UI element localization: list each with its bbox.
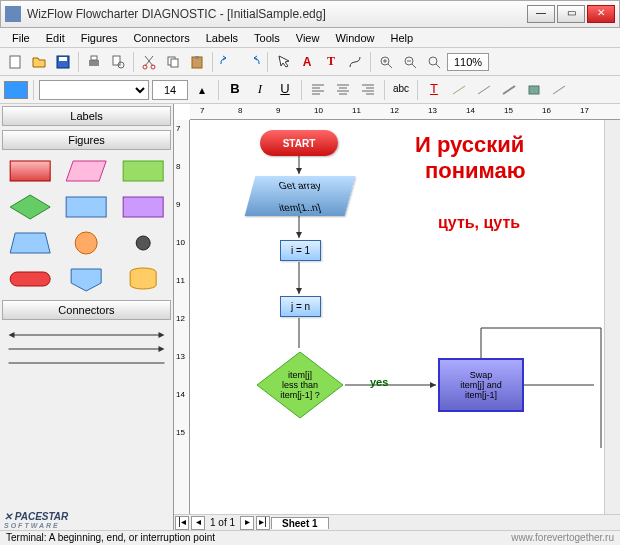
status-text: Terminal: A beginning, end, or interrupt…	[6, 532, 511, 544]
italic-button[interactable]: I	[249, 79, 271, 101]
menu-tools[interactable]: Tools	[246, 30, 288, 46]
zoom-out-button[interactable]	[399, 51, 421, 73]
align-right-button[interactable]	[357, 79, 379, 101]
align-center-button[interactable]	[332, 79, 354, 101]
menu-figures[interactable]: Figures	[73, 30, 126, 46]
connectors-palette	[0, 322, 173, 376]
menu-view[interactable]: View	[288, 30, 328, 46]
page-indicator: 1 of 1	[206, 517, 239, 528]
shape-rect-red[interactable]	[4, 156, 56, 186]
line-style-3[interactable]	[498, 79, 520, 101]
svg-point-21	[75, 232, 97, 254]
ruler-horizontal: 7891011121314151617	[190, 104, 620, 120]
connector-arrow-right[interactable]	[6, 342, 167, 356]
shape-pill[interactable]	[4, 264, 56, 294]
svg-rect-12	[195, 56, 199, 59]
minimize-button[interactable]: —	[527, 5, 555, 23]
menu-file[interactable]: File	[4, 30, 38, 46]
line-style-4[interactable]	[548, 79, 570, 101]
text-russian-2[interactable]: понимаю	[425, 158, 526, 184]
shape-trapezoid[interactable]	[4, 228, 56, 258]
connector-line[interactable]	[6, 356, 167, 370]
node-decision[interactable]: item[j]less thanitem[j-1] ?	[255, 350, 345, 420]
svg-rect-3	[89, 60, 99, 66]
svg-rect-16	[529, 86, 539, 94]
line-style-2[interactable]	[473, 79, 495, 101]
app-icon	[5, 6, 21, 22]
shape-parallelogram[interactable]	[60, 156, 112, 186]
labels-panel-header[interactable]: Labels	[2, 106, 171, 126]
shape-rect-blue[interactable]	[60, 192, 112, 222]
sheet-bar: |◂ ◂ 1 of 1 ▸ ▸| Sheet 1	[174, 514, 620, 530]
label-yes[interactable]: yes	[370, 376, 388, 388]
shape-rect-green[interactable]	[117, 156, 169, 186]
fill-color-picker[interactable]	[4, 81, 28, 99]
font-size-input[interactable]	[152, 80, 188, 100]
text-tool-2[interactable]: T	[320, 51, 342, 73]
menu-labels[interactable]: Labels	[198, 30, 246, 46]
node-start[interactable]: START	[260, 130, 338, 156]
node-j-eq-n[interactable]: j = n	[280, 296, 321, 317]
print-button[interactable]	[83, 51, 105, 73]
shape-offpage[interactable]	[60, 264, 112, 294]
cut-button[interactable]	[138, 51, 160, 73]
svg-point-22	[136, 236, 150, 250]
fill-style[interactable]	[523, 79, 545, 101]
copy-button[interactable]	[162, 51, 184, 73]
node-swap[interactable]: Swapitem[j] anditem[j-1]	[438, 358, 524, 412]
brand-logo: ✕ PACESTAR SOFTWARE	[4, 511, 68, 529]
menu-edit[interactable]: Edit	[38, 30, 73, 46]
connector-arrow-both[interactable]	[6, 328, 167, 342]
maximize-button[interactable]: ▭	[557, 5, 585, 23]
undo-button[interactable]	[217, 51, 239, 73]
zoom-input[interactable]	[447, 53, 489, 71]
align-left-button[interactable]	[307, 79, 329, 101]
abc-button[interactable]: abc	[390, 79, 412, 101]
font-select[interactable]	[39, 80, 149, 100]
svg-rect-19	[66, 197, 106, 217]
menu-window[interactable]: Window	[327, 30, 382, 46]
sheet-prev-button[interactable]: ◂	[191, 516, 205, 530]
new-button[interactable]	[4, 51, 26, 73]
shape-rect-purple[interactable]	[117, 192, 169, 222]
main-toolbar: A T	[0, 48, 620, 76]
zoom-fit-button[interactable]	[423, 51, 445, 73]
save-button[interactable]	[52, 51, 74, 73]
scrollbar-vertical[interactable]	[604, 120, 620, 514]
sheet-tab[interactable]: Sheet 1	[271, 517, 329, 529]
shape-circle-orange[interactable]	[60, 228, 112, 258]
sheet-first-button[interactable]: |◂	[175, 516, 189, 530]
connectors-panel-header[interactable]: Connectors	[2, 300, 171, 320]
line-style-1[interactable]	[448, 79, 470, 101]
text-tool[interactable]: A	[296, 51, 318, 73]
canvas[interactable]: START Get arrayitem[1..n] i = 1 j = n it…	[190, 120, 604, 514]
redo-button[interactable]	[241, 51, 263, 73]
underline-button[interactable]: U	[274, 79, 296, 101]
zoom-in-button[interactable]	[375, 51, 397, 73]
shape-diamond[interactable]	[4, 192, 56, 222]
text-russian-3[interactable]: цуть, цуть	[438, 214, 520, 232]
svg-point-15	[429, 57, 437, 65]
menu-help[interactable]: Help	[383, 30, 422, 46]
text-russian-1[interactable]: И русский	[415, 132, 524, 158]
text-color-button[interactable]: T	[423, 79, 445, 101]
figures-panel-header[interactable]: Figures	[2, 130, 171, 150]
menu-connectors[interactable]: Connectors	[125, 30, 197, 46]
svg-rect-10	[171, 59, 178, 67]
bold-button[interactable]: B	[224, 79, 246, 101]
pointer-tool[interactable]	[272, 51, 294, 73]
shape-cylinder[interactable]	[117, 264, 169, 294]
sheet-next-button[interactable]: ▸	[240, 516, 254, 530]
svg-rect-20	[123, 197, 163, 217]
shape-circle-small[interactable]	[117, 228, 169, 258]
font-size-up[interactable]: ▴	[191, 79, 213, 101]
close-button[interactable]: ✕	[587, 5, 615, 23]
node-get-array[interactable]: Get arrayitem[1..n]	[245, 176, 356, 216]
print-preview-button[interactable]	[107, 51, 129, 73]
connector-tool[interactable]	[344, 51, 366, 73]
open-button[interactable]	[28, 51, 50, 73]
svg-rect-4	[91, 56, 97, 60]
sheet-last-button[interactable]: ▸|	[256, 516, 270, 530]
node-i-eq-1[interactable]: i = 1	[280, 240, 321, 261]
paste-button[interactable]	[186, 51, 208, 73]
